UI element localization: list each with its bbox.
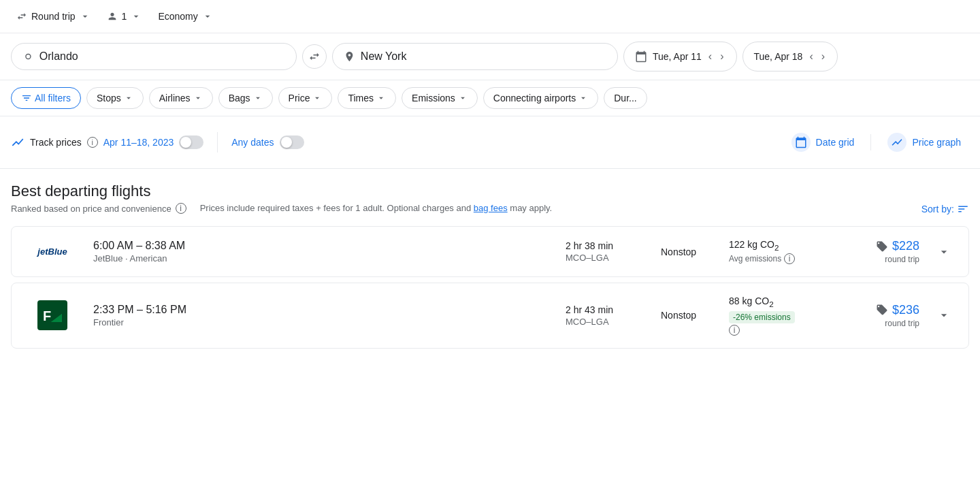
calendar-icon: [635, 50, 647, 63]
airline-logo: jetBlue: [25, 246, 80, 257]
connecting-airports-filter-button[interactable]: Connecting airports: [483, 87, 598, 109]
price-sub: round trip: [851, 255, 919, 264]
cabin-chevron: [202, 11, 213, 22]
date-grid-label: Date grid: [816, 137, 855, 148]
trip-type-chevron: [80, 11, 91, 22]
flight-time-range: 2:33 PM – 5:16 PM: [93, 304, 552, 316]
return-date-label: Tue, Apr 18: [754, 51, 803, 62]
origin-search-box[interactable]: [11, 43, 297, 70]
sort-by-button[interactable]: Sort by:: [921, 203, 969, 215]
emissions-label: Emissions: [412, 93, 455, 103]
departure-date-prev[interactable]: ‹: [707, 49, 713, 64]
departure-date-box[interactable]: Tue, Apr 11 ‹ ›: [623, 42, 737, 71]
flight-times: 6:00 AM – 8:38 AM JetBlue · American: [93, 240, 552, 264]
price-graph-button[interactable]: Price graph: [879, 127, 969, 157]
price-tag-icon: [876, 240, 888, 253]
round-trip-icon: [16, 11, 27, 22]
person-icon: [107, 11, 118, 22]
price-value: $228: [851, 239, 919, 253]
flight-row[interactable]: F 2:33 PM – 5:16 PM Frontier 2 hr 43 min…: [11, 283, 969, 349]
stops-chevron: [124, 93, 133, 103]
return-date-next[interactable]: ›: [820, 49, 826, 64]
trip-type-button[interactable]: Round trip: [11, 7, 96, 26]
frontier-logo: F: [37, 300, 67, 330]
price-value: $236: [851, 303, 919, 317]
duration-route: MCO–LGA: [566, 253, 647, 263]
flights-section: Best departing flights Ranked based on p…: [0, 169, 980, 349]
flight-duration: 2 hr 38 min MCO–LGA: [566, 240, 647, 263]
emissions-value: 88 kg CO2: [729, 296, 838, 308]
section-subtitle: Ranked based on price and convenience i: [11, 203, 186, 214]
flight-expand-button[interactable]: [933, 304, 955, 326]
all-filters-button[interactable]: All filters: [11, 87, 81, 109]
flight-row[interactable]: jetBlue 6:00 AM – 8:38 AM JetBlue · Amer…: [11, 226, 969, 277]
price-graph-label: Price graph: [912, 137, 961, 148]
stops-label: Stops: [97, 93, 121, 103]
flight-emissions: 122 kg CO2 Avg emissions i: [729, 239, 838, 264]
bags-filter-button[interactable]: Bags: [218, 87, 273, 109]
times-filter-button[interactable]: Times: [338, 87, 396, 109]
track-prices-section: Track prices i Apr 11–18, 2023: [11, 135, 203, 149]
destination-search-box[interactable]: [332, 43, 618, 70]
price-graph-icon-container: [887, 133, 906, 152]
svg-text:F: F: [43, 308, 51, 323]
bag-fees-link[interactable]: bag fees: [474, 203, 508, 213]
all-filters-label: All filters: [35, 93, 71, 103]
duration-time: 2 hr 38 min: [566, 240, 647, 251]
price-tag-icon: [876, 304, 888, 316]
return-date-box[interactable]: Tue, Apr 18 ‹ ›: [742, 42, 838, 71]
section-title: Best departing flights: [11, 182, 969, 200]
duration-label: Dur...: [614, 93, 636, 103]
emissions-badge: -26% emissions: [729, 311, 795, 323]
track-prices-toggle[interactable]: [179, 135, 203, 149]
passengers-button[interactable]: 1: [101, 7, 148, 26]
duration-filter-button[interactable]: Dur...: [604, 87, 647, 109]
filter-icon: [21, 93, 32, 103]
date-grid-icon-container: [791, 133, 811, 152]
date-grid-button[interactable]: Date grid: [783, 127, 863, 157]
any-dates-section: Any dates: [231, 135, 304, 149]
flight-stops: Nonstop: [661, 246, 715, 257]
departure-date-label: Tue, Apr 11: [653, 51, 702, 62]
origin-dot-icon: [22, 50, 34, 63]
swap-airports-button[interactable]: [302, 44, 327, 69]
bags-chevron: [253, 93, 263, 103]
svg-rect-1: [37, 300, 67, 330]
flight-duration: 2 hr 43 min MCO–LGA: [566, 304, 647, 327]
any-dates-toggle[interactable]: [280, 135, 304, 149]
price-filter-button[interactable]: Price: [278, 87, 333, 109]
filter-row: All filters Stops Airlines Bags Price Ti…: [0, 80, 980, 116]
cabin-label: Economy: [158, 11, 197, 22]
emissions-info-icon[interactable]: i: [729, 325, 740, 336]
stops-filter-button[interactable]: Stops: [86, 87, 144, 109]
track-prices-label: Track prices: [30, 137, 82, 148]
emissions-chevron: [458, 93, 468, 103]
flight-stops: Nonstop: [661, 310, 715, 321]
emissions-info-icon[interactable]: i: [784, 253, 795, 264]
search-row: Tue, Apr 11 ‹ › Tue, Apr 18 ‹ ›: [0, 33, 980, 80]
departure-date-next[interactable]: ›: [719, 49, 725, 64]
flight-airlines: Frontier: [93, 317, 552, 328]
svg-point-0: [26, 54, 31, 59]
subtitle-row: Ranked based on price and convenience i …: [11, 203, 969, 215]
view-divider: [870, 134, 871, 150]
flight-price: $236 round trip: [851, 303, 919, 328]
passengers-chevron: [131, 11, 142, 22]
destination-input[interactable]: [361, 50, 606, 63]
bags-label: Bags: [229, 93, 250, 103]
emissions-filter-button[interactable]: Emissions: [402, 87, 478, 109]
track-prices-info-icon[interactable]: i: [87, 137, 98, 148]
subtitle-info-icon[interactable]: i: [176, 203, 186, 214]
airlines-filter-button[interactable]: Airlines: [149, 87, 213, 109]
passengers-label: 1: [122, 11, 127, 22]
flight-expand-button[interactable]: [933, 241, 955, 263]
airlines-label: Airlines: [159, 93, 191, 103]
cabin-button[interactable]: Economy: [152, 7, 218, 26]
flight-emissions: 88 kg CO2 -26% emissions i: [729, 296, 838, 336]
return-date-prev[interactable]: ‹: [808, 49, 814, 64]
view-options: Date grid Price graph: [783, 127, 969, 157]
connecting-airports-label: Connecting airports: [493, 93, 576, 103]
top-bar: Round trip 1 Economy: [0, 0, 980, 33]
chevron-down-icon: [937, 308, 951, 322]
origin-input[interactable]: [39, 50, 285, 63]
